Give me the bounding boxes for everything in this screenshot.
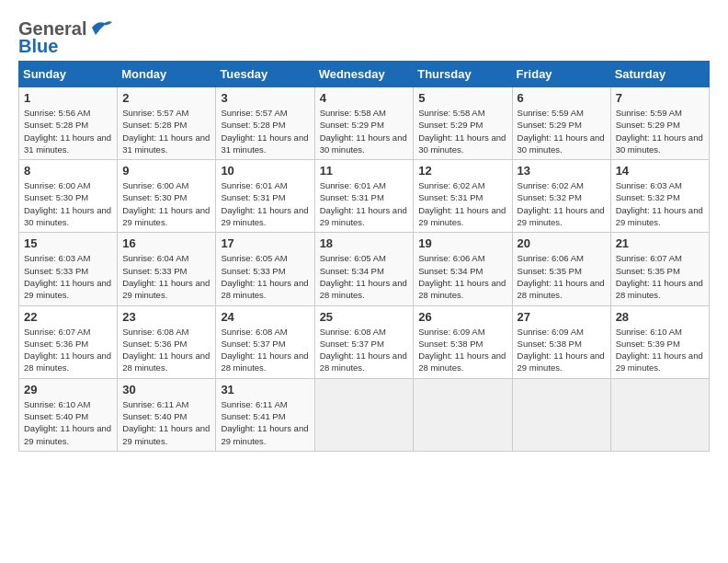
calendar-day-cell: 10Sunrise: 6:01 AMSunset: 5:31 PMDayligh… — [216, 160, 314, 233]
day-info: Sunrise: 6:11 AMSunset: 5:41 PMDaylight:… — [221, 398, 309, 447]
day-number: 30 — [122, 383, 210, 396]
day-info: Sunrise: 5:57 AMSunset: 5:28 PMDaylight:… — [221, 107, 309, 155]
day-info: Sunrise: 6:08 AMSunset: 5:37 PMDaylight:… — [320, 326, 409, 374]
day-info: Sunrise: 5:59 AMSunset: 5:29 PMDaylight:… — [616, 107, 704, 155]
day-info: Sunrise: 6:10 AMSunset: 5:39 PMDaylight:… — [616, 326, 704, 374]
day-number: 31 — [221, 383, 309, 396]
calendar-day-cell: 18Sunrise: 6:05 AMSunset: 5:34 PMDayligh… — [314, 233, 414, 305]
calendar-day-cell: 9Sunrise: 6:00 AMSunset: 5:30 PMDaylight… — [118, 160, 216, 233]
day-info: Sunrise: 6:10 AMSunset: 5:40 PMDaylight:… — [24, 398, 112, 447]
calendar-day-cell: 17Sunrise: 6:05 AMSunset: 5:33 PMDayligh… — [216, 233, 314, 305]
day-info: Sunrise: 6:06 AMSunset: 5:34 PMDaylight:… — [418, 252, 506, 301]
day-number: 20 — [518, 236, 606, 250]
day-number: 28 — [616, 310, 704, 324]
logo: General Blue — [18, 18, 114, 57]
day-info: Sunrise: 5:57 AMSunset: 5:28 PMDaylight:… — [122, 107, 210, 155]
day-info: Sunrise: 6:05 AMSunset: 5:33 PMDaylight:… — [221, 252, 309, 301]
day-info: Sunrise: 6:11 AMSunset: 5:40 PMDaylight:… — [122, 398, 210, 447]
day-number: 7 — [616, 91, 704, 105]
calendar-day-cell: 24Sunrise: 6:08 AMSunset: 5:37 PMDayligh… — [216, 305, 314, 378]
day-info: Sunrise: 5:56 AMSunset: 5:28 PMDaylight:… — [24, 107, 112, 155]
day-number: 21 — [616, 236, 704, 250]
calendar-day-cell — [610, 378, 709, 451]
day-info: Sunrise: 6:02 AMSunset: 5:31 PMDaylight:… — [418, 179, 506, 228]
logo-text: General Blue — [18, 18, 114, 57]
day-info: Sunrise: 6:06 AMSunset: 5:35 PMDaylight:… — [518, 252, 606, 301]
day-info: Sunrise: 6:01 AMSunset: 5:31 PMDaylight:… — [320, 179, 409, 228]
calendar-day-cell: 11Sunrise: 6:01 AMSunset: 5:31 PMDayligh… — [314, 160, 414, 233]
calendar-day-cell: 31Sunrise: 6:11 AMSunset: 5:41 PMDayligh… — [216, 378, 314, 451]
calendar-day-cell: 13Sunrise: 6:02 AMSunset: 5:32 PMDayligh… — [512, 160, 610, 233]
calendar-week-row: 22Sunrise: 6:07 AMSunset: 5:36 PMDayligh… — [19, 305, 710, 378]
calendar-day-cell: 16Sunrise: 6:04 AMSunset: 5:33 PMDayligh… — [118, 233, 216, 305]
day-info: Sunrise: 6:05 AMSunset: 5:34 PMDaylight:… — [320, 252, 409, 301]
calendar-day-cell: 20Sunrise: 6:06 AMSunset: 5:35 PMDayligh… — [512, 233, 610, 305]
calendar-day-cell: 25Sunrise: 6:08 AMSunset: 5:37 PMDayligh… — [314, 305, 414, 378]
day-number: 5 — [418, 91, 506, 105]
day-info: Sunrise: 6:09 AMSunset: 5:38 PMDaylight:… — [418, 326, 506, 374]
calendar-day-cell: 22Sunrise: 6:07 AMSunset: 5:36 PMDayligh… — [19, 305, 118, 378]
day-number: 24 — [221, 310, 309, 324]
day-of-week-header: Tuesday — [216, 62, 314, 87]
day-number: 1 — [24, 91, 112, 105]
day-number: 6 — [518, 91, 606, 105]
calendar-day-cell: 8Sunrise: 6:00 AMSunset: 5:30 PMDaylight… — [19, 160, 118, 233]
calendar-day-cell: 21Sunrise: 6:07 AMSunset: 5:35 PMDayligh… — [610, 233, 709, 305]
day-number: 26 — [418, 310, 506, 324]
calendar-day-cell: 19Sunrise: 6:06 AMSunset: 5:34 PMDayligh… — [414, 233, 512, 305]
day-number: 14 — [616, 164, 704, 178]
page-header: General Blue — [18, 18, 710, 57]
day-number: 10 — [221, 164, 309, 178]
day-info: Sunrise: 5:58 AMSunset: 5:29 PMDaylight:… — [418, 107, 506, 155]
day-info: Sunrise: 6:07 AMSunset: 5:35 PMDaylight:… — [616, 252, 704, 301]
day-number: 12 — [418, 164, 506, 178]
day-info: Sunrise: 6:07 AMSunset: 5:36 PMDaylight:… — [24, 326, 112, 374]
day-info: Sunrise: 5:59 AMSunset: 5:29 PMDaylight:… — [518, 107, 606, 155]
day-number: 23 — [122, 310, 210, 324]
calendar-day-cell — [414, 378, 512, 451]
day-number: 19 — [418, 236, 506, 250]
calendar-day-cell: 1Sunrise: 5:56 AMSunset: 5:28 PMDaylight… — [19, 87, 118, 160]
calendar-week-row: 29Sunrise: 6:10 AMSunset: 5:40 PMDayligh… — [19, 378, 710, 451]
calendar-day-cell: 12Sunrise: 6:02 AMSunset: 5:31 PMDayligh… — [414, 160, 512, 233]
calendar-day-cell: 23Sunrise: 6:08 AMSunset: 5:36 PMDayligh… — [118, 305, 216, 378]
calendar-day-cell: 3Sunrise: 5:57 AMSunset: 5:28 PMDaylight… — [216, 87, 314, 160]
day-of-week-header: Wednesday — [314, 62, 414, 87]
day-of-week-header: Monday — [118, 62, 216, 87]
day-number: 2 — [122, 91, 210, 105]
calendar-day-cell: 26Sunrise: 6:09 AMSunset: 5:38 PMDayligh… — [414, 305, 512, 378]
day-info: Sunrise: 6:00 AMSunset: 5:30 PMDaylight:… — [24, 179, 112, 228]
day-info: Sunrise: 6:04 AMSunset: 5:33 PMDaylight:… — [122, 252, 210, 301]
day-number: 8 — [24, 164, 112, 178]
day-info: Sunrise: 6:03 AMSunset: 5:32 PMDaylight:… — [616, 179, 704, 228]
calendar-day-cell: 4Sunrise: 5:58 AMSunset: 5:29 PMDaylight… — [314, 87, 414, 160]
day-info: Sunrise: 6:09 AMSunset: 5:38 PMDaylight:… — [518, 326, 606, 374]
calendar-day-cell — [512, 378, 610, 451]
calendar-day-cell: 29Sunrise: 6:10 AMSunset: 5:40 PMDayligh… — [19, 378, 118, 451]
day-of-week-header: Thursday — [414, 62, 512, 87]
calendar-day-cell: 7Sunrise: 5:59 AMSunset: 5:29 PMDaylight… — [610, 87, 709, 160]
day-number: 15 — [24, 236, 112, 250]
calendar-header-row: SundayMondayTuesdayWednesdayThursdayFrid… — [19, 62, 710, 87]
day-of-week-header: Saturday — [610, 62, 709, 87]
calendar-day-cell: 2Sunrise: 5:57 AMSunset: 5:28 PMDaylight… — [118, 87, 216, 160]
day-number: 27 — [518, 310, 606, 324]
day-info: Sunrise: 6:02 AMSunset: 5:32 PMDaylight:… — [518, 179, 606, 228]
logo-blue: Blue — [18, 36, 58, 56]
day-of-week-header: Friday — [512, 62, 610, 87]
calendar-week-row: 8Sunrise: 6:00 AMSunset: 5:30 PMDaylight… — [19, 160, 710, 233]
calendar-day-cell: 27Sunrise: 6:09 AMSunset: 5:38 PMDayligh… — [512, 305, 610, 378]
day-info: Sunrise: 6:08 AMSunset: 5:37 PMDaylight:… — [221, 326, 309, 374]
calendar-day-cell: 28Sunrise: 6:10 AMSunset: 5:39 PMDayligh… — [610, 305, 709, 378]
calendar-day-cell — [314, 378, 414, 451]
day-number: 18 — [320, 236, 409, 250]
day-info: Sunrise: 6:00 AMSunset: 5:30 PMDaylight:… — [122, 179, 210, 228]
day-of-week-header: Sunday — [19, 62, 118, 87]
day-info: Sunrise: 6:01 AMSunset: 5:31 PMDaylight:… — [221, 179, 309, 228]
calendar-day-cell: 5Sunrise: 5:58 AMSunset: 5:29 PMDaylight… — [414, 87, 512, 160]
day-info: Sunrise: 5:58 AMSunset: 5:29 PMDaylight:… — [320, 107, 409, 155]
calendar-day-cell: 6Sunrise: 5:59 AMSunset: 5:29 PMDaylight… — [512, 87, 610, 160]
day-number: 11 — [320, 164, 409, 178]
day-number: 17 — [221, 236, 309, 250]
calendar-table: SundayMondayTuesdayWednesdayThursdayFrid… — [18, 61, 710, 452]
